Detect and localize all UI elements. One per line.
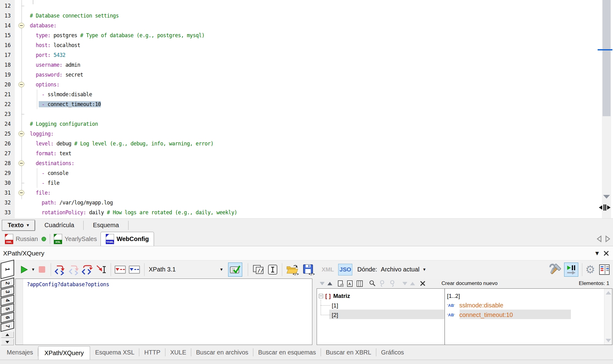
tracepoint-list-button[interactable]: [129, 266, 140, 274]
search-icon[interactable]: [369, 280, 376, 287]
step-into-button[interactable]: [54, 264, 65, 275]
file-tab-webconfig[interactable]: YAMLWebConfig: [101, 232, 154, 246]
view-tab-cuadr-cula[interactable]: Cuadrícula: [35, 220, 84, 231]
collapse-icon[interactable]: [319, 294, 323, 298]
results-grid[interactable]: [ ] Matriz [1..2] [1] "AB" sslmode:disab…: [317, 288, 612, 345]
breakpoint-list-button[interactable]: [115, 266, 126, 274]
prev-result-icon[interactable]: [320, 282, 325, 285]
code-line-16[interactable]: host: localhost: [30, 40, 595, 50]
fold-collapse-icon[interactable]: [18, 82, 24, 87]
tools-button[interactable]: [548, 263, 562, 276]
query-tab-scroll-up[interactable]: [1, 331, 14, 338]
settings-button[interactable]: ⚙: [585, 264, 595, 275]
where-dropdown[interactable]: Archivo actual▼: [381, 266, 425, 273]
code-line-31[interactable]: file:: [30, 188, 595, 198]
results-scrollbar[interactable]: [604, 289, 612, 345]
text-view-button[interactable]: [268, 264, 278, 275]
code-line-22[interactable]: - connect_timeout:10: [30, 99, 595, 109]
result-row-1[interactable]: [1]: [332, 301, 338, 310]
panel-menu-caret-icon[interactable]: ▼: [595, 251, 599, 256]
prev-tab-icon[interactable]: [596, 235, 602, 242]
file-tab-yearlysales[interactable]: XSLYearlySales: [50, 232, 101, 246]
code-lines[interactable]: # Database connection settingsdatabase: …: [30, 1, 595, 217]
bottom-tab-buscar-en-xbrl[interactable]: Buscar en XBRL: [321, 345, 376, 360]
bottom-tab-buscar-en-archivos[interactable]: Buscar en archivos: [191, 345, 253, 360]
code-line-26[interactable]: level: debug # Log level (e.g., debug, i…: [30, 139, 595, 148]
bottom-tab-xpath-xquery[interactable]: XPath/XQuery: [38, 346, 90, 360]
query-editor[interactable]: ?appConfig?database?options: [15, 279, 312, 345]
xpath-version-caret[interactable]: ▼: [220, 268, 223, 271]
columns-icon[interactable]: [356, 280, 363, 287]
fold-collapse-icon[interactable]: [18, 23, 24, 28]
run-to-cursor-button[interactable]: [96, 264, 106, 275]
code-line-13[interactable]: # Database connection settings: [30, 11, 595, 21]
yaml-editor[interactable]: 1213141516171819202122232425262728293031…: [0, 0, 613, 218]
run-pause-debug-button[interactable]: [564, 263, 578, 277]
code-line-23[interactable]: [30, 109, 595, 119]
bottom-tab-esquema-xsl[interactable]: Esquema XSL: [90, 345, 139, 360]
comment-selection-button[interactable]: //: [252, 264, 264, 275]
code-line-25[interactable]: logging:: [30, 129, 595, 139]
search-next-icon[interactable]: [389, 280, 397, 287]
code-line-20[interactable]: options:: [30, 80, 595, 89]
code-line-27[interactable]: format: text: [30, 148, 595, 158]
scroll-down-icon[interactable]: [603, 195, 610, 199]
bottom-tab-http[interactable]: HTTP: [139, 345, 165, 360]
layout-button[interactable]: [599, 264, 610, 275]
bottom-tab-buscar-en-esquemas[interactable]: Buscar en esquemas: [253, 345, 321, 360]
panel-close-icon[interactable]: [603, 250, 609, 256]
move-down-icon[interactable]: [402, 282, 407, 285]
fold-collapse-icon[interactable]: [18, 131, 24, 136]
code-line-21[interactable]: - sslmode:disable: [30, 89, 595, 99]
view-tab-esquema[interactable]: Esquema: [84, 220, 128, 231]
split-view-handle-icon[interactable]: [598, 203, 611, 212]
query-expression[interactable]: ?appConfig?database?options: [27, 281, 109, 287]
code-line-14[interactable]: database:: [30, 21, 595, 30]
next-tab-icon[interactable]: [605, 235, 611, 242]
clear-results-icon[interactable]: [420, 280, 426, 287]
stop-button[interactable]: [39, 266, 45, 273]
fold-collapse-icon[interactable]: [18, 190, 24, 196]
query-tab-1[interactable]: 1: [1, 260, 14, 279]
code-line-12[interactable]: [30, 1, 595, 11]
document-text-icon[interactable]: A: [347, 280, 354, 287]
run-options-caret[interactable]: ▼: [32, 268, 34, 271]
next-result-icon[interactable]: [327, 282, 332, 285]
editor-scrollbar-thumb[interactable]: [603, 0, 611, 116]
save-query-button[interactable]: </>: [303, 264, 315, 275]
scroll-down-icon[interactable]: [606, 339, 611, 342]
result-value-1[interactable]: "AB" sslmode:disable: [447, 301, 503, 310]
code-line-28[interactable]: destinations:: [30, 158, 595, 168]
result-value-2-selected[interactable]: "AB" connect_timeout:10: [447, 310, 513, 320]
evaluate-on-typing-button[interactable]: [228, 263, 242, 277]
xpath-version-dropdown[interactable]: XPath 3.1: [149, 266, 176, 273]
query-tab-scroll-down[interactable]: [1, 339, 14, 345]
file-tab-russian[interactable]: XMLRussian: [1, 232, 50, 246]
code-line-18[interactable]: username: admin: [30, 60, 595, 70]
new-document-icon[interactable]: [338, 280, 344, 287]
code-line-15[interactable]: type: postgres # Type of database (e.g.,…: [30, 30, 595, 40]
view-tab-texto[interactable]: Texto▼: [2, 220, 35, 231]
result-value-range[interactable]: [1..2]: [447, 291, 460, 301]
fold-collapse-icon[interactable]: [18, 160, 24, 166]
scroll-up-icon[interactable]: [606, 291, 611, 295]
xml-mode-toggle[interactable]: XML: [322, 266, 334, 273]
json-mode-toggle[interactable]: JSO: [338, 264, 352, 275]
search-prev-icon[interactable]: [379, 280, 386, 287]
code-line-24[interactable]: # Logging configuration: [30, 119, 595, 129]
move-up-icon[interactable]: [410, 282, 415, 285]
bottom-tab-xule[interactable]: XULE: [165, 345, 191, 360]
code-line-17[interactable]: port: 5432: [30, 50, 595, 60]
grid-column-divider[interactable]: [445, 289, 445, 345]
code-line-29[interactable]: - console: [30, 168, 595, 178]
step-over-button[interactable]: [68, 264, 79, 275]
results-action-label[interactable]: Crear documento nuevo: [441, 280, 497, 287]
result-row-2-selected[interactable]: [2]: [332, 310, 338, 320]
result-row-array[interactable]: [ ] Matriz: [319, 291, 350, 301]
step-out-button[interactable]: [82, 264, 93, 275]
code-line-33[interactable]: rotationPolicy: daily # How logs are rot…: [30, 208, 595, 217]
code-line-32[interactable]: path: /var/log/myapp.log: [30, 198, 595, 208]
bottom-tab-gr-ficos[interactable]: Gráficos: [376, 345, 409, 360]
code-line-30[interactable]: - file: [30, 178, 595, 188]
run-query-button[interactable]: [20, 265, 28, 274]
